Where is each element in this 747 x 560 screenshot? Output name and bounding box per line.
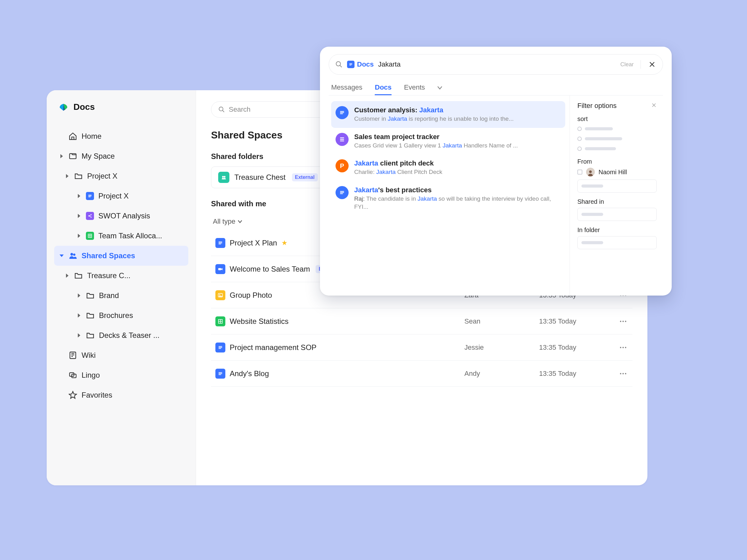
svg-rect-47 bbox=[350, 65, 352, 65]
more-icon bbox=[620, 373, 626, 375]
search-result-item[interactable]: Sales team project trackerCases Grid vie… bbox=[331, 128, 565, 155]
nav-brand[interactable]: Brand bbox=[54, 286, 188, 305]
nav-brochures[interactable]: Brochures bbox=[54, 305, 188, 325]
nav-label: My Space bbox=[81, 152, 115, 161]
svg-rect-33 bbox=[218, 347, 222, 348]
blank bbox=[59, 353, 64, 358]
radio-icon bbox=[577, 137, 582, 141]
more-icon bbox=[620, 347, 626, 348]
tab-docs[interactable]: Docs bbox=[375, 80, 391, 95]
file-more-button[interactable] bbox=[614, 373, 633, 375]
nav-favorites[interactable]: Favorites bbox=[54, 385, 188, 405]
tab-events[interactable]: Events bbox=[404, 80, 425, 95]
file-name: Welcome to Sales Team bbox=[230, 265, 310, 273]
blank bbox=[59, 393, 64, 398]
nav-tree: Home My Space Project X Project X bbox=[54, 126, 188, 405]
sort-option-1[interactable] bbox=[577, 125, 657, 133]
file-row[interactable]: Andy's BlogAndy13:35 Today bbox=[211, 361, 633, 387]
svg-rect-45 bbox=[350, 63, 352, 64]
close-button[interactable] bbox=[648, 60, 656, 69]
in-folder-input[interactable] bbox=[577, 236, 657, 249]
nav-swot-analysis[interactable]: SWOT Analysis bbox=[54, 206, 188, 226]
nav-decks[interactable]: Decks & Teaser ... bbox=[54, 325, 188, 345]
blank bbox=[59, 373, 64, 378]
shared-in-input[interactable] bbox=[577, 208, 657, 221]
svg-rect-52 bbox=[340, 139, 344, 140]
search-result-item[interactable]: Customer analysis: JakartaCustomer in Ja… bbox=[331, 101, 565, 128]
svg-rect-32 bbox=[218, 346, 222, 347]
nav-team-task-alloc[interactable]: Team Task Alloca... bbox=[54, 226, 188, 246]
nav-wiki[interactable]: Wiki bbox=[54, 345, 188, 365]
filter-sort-label: sort bbox=[577, 115, 657, 123]
radio-icon bbox=[577, 127, 582, 131]
folder-icon bbox=[86, 291, 95, 300]
chevron-down-icon bbox=[238, 219, 242, 224]
search-query-input[interactable] bbox=[378, 60, 616, 69]
result-type-icon bbox=[336, 106, 349, 119]
search-scope-chip[interactable]: Docs bbox=[347, 60, 374, 69]
svg-point-29 bbox=[620, 320, 621, 322]
nav-project-x-folder[interactable]: Project X bbox=[54, 166, 188, 186]
sort-option-2[interactable] bbox=[577, 135, 657, 142]
nav-label: Brochures bbox=[99, 311, 133, 320]
more-tabs-button[interactable] bbox=[437, 85, 442, 90]
svg-rect-38 bbox=[218, 372, 222, 373]
file-row[interactable]: Project management SOPJessie13:35 Today bbox=[211, 335, 633, 361]
nav-lingo[interactable]: Lingo bbox=[54, 365, 188, 385]
nav-label: Treasure C... bbox=[87, 271, 130, 280]
nav-shared-spaces[interactable]: Shared Spaces bbox=[54, 246, 188, 266]
file-more-button[interactable] bbox=[614, 320, 633, 322]
svg-rect-34 bbox=[218, 348, 221, 349]
file-name: Group Photo bbox=[230, 291, 272, 300]
chevron-right-icon bbox=[77, 233, 81, 238]
folder-card-badge: External bbox=[292, 173, 318, 181]
nav-my-space[interactable]: My Space bbox=[54, 146, 188, 166]
close-icon bbox=[648, 61, 656, 68]
svg-rect-19 bbox=[218, 268, 221, 270]
chevron-right-icon bbox=[77, 193, 81, 198]
nav-treasure-chest[interactable]: Treasure C... bbox=[54, 266, 188, 286]
svg-point-13 bbox=[219, 107, 223, 111]
file-row[interactable]: Website StatisticsSean13:35 Today bbox=[211, 308, 633, 335]
svg-point-35 bbox=[620, 347, 621, 348]
from-input[interactable] bbox=[577, 180, 657, 193]
nav-label: Home bbox=[81, 132, 101, 141]
svg-rect-51 bbox=[340, 137, 344, 138]
type-filter[interactable]: All type bbox=[213, 217, 242, 225]
placeholder-bar bbox=[585, 127, 613, 130]
clear-button[interactable]: Clear bbox=[620, 61, 634, 68]
type-filter-label: All type bbox=[213, 217, 235, 225]
nav-label: SWOT Analysis bbox=[98, 212, 150, 220]
svg-rect-3 bbox=[88, 196, 91, 197]
svg-point-4 bbox=[88, 215, 89, 216]
chevron-right-icon bbox=[77, 313, 81, 318]
file-more-button[interactable] bbox=[614, 347, 633, 348]
nav-project-x-doc[interactable]: Project X bbox=[54, 186, 188, 206]
result-type-icon bbox=[336, 186, 349, 199]
result-title: Sales team project tracker bbox=[354, 133, 561, 141]
doc-icon bbox=[215, 369, 225, 379]
people-icon bbox=[69, 251, 77, 260]
tab-messages[interactable]: Messages bbox=[331, 80, 362, 95]
file-time: 13:35 Today bbox=[539, 344, 614, 351]
svg-rect-53 bbox=[340, 140, 344, 141]
from-filter-row[interactable]: Naomi Hill bbox=[577, 168, 657, 177]
app-title: Docs bbox=[74, 102, 95, 112]
close-filters-button[interactable] bbox=[651, 102, 657, 110]
filter-in-folder-label: In folder bbox=[577, 226, 657, 234]
svg-point-44 bbox=[336, 61, 340, 66]
folder-card-treasure-chest[interactable]: Treasure Chest External bbox=[211, 166, 325, 188]
nav-home[interactable]: Home bbox=[54, 126, 188, 146]
chevron-down-icon bbox=[437, 85, 442, 90]
placeholder-bar bbox=[582, 241, 603, 244]
search-panel: Docs Clear Messages Docs Events Customer… bbox=[320, 47, 672, 296]
result-title: Customer analysis: Jakarta bbox=[354, 106, 561, 114]
search-result-item[interactable]: PJakarta client pitch deckCharlie: Jakar… bbox=[331, 154, 565, 181]
file-owner: Sean bbox=[464, 317, 539, 325]
search-result-item[interactable]: Jakarta's best practicesRaj: The candida… bbox=[331, 181, 565, 216]
folder-icon bbox=[74, 271, 83, 280]
sort-option-3[interactable] bbox=[577, 145, 657, 153]
radio-icon bbox=[577, 146, 582, 151]
image-icon bbox=[215, 290, 225, 300]
lingo-icon bbox=[69, 371, 77, 379]
